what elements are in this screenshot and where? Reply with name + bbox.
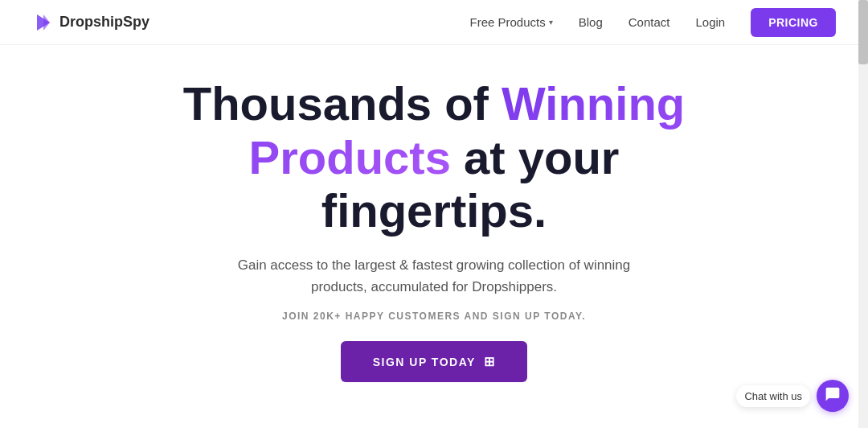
logo[interactable]: DropshipSpy [32,11,149,34]
scrollbar[interactable] [858,0,868,428]
nav-free-products[interactable]: Free Products ▾ [470,15,553,29]
pricing-button[interactable]: PRICING [751,8,836,37]
arrow-square-icon: ⊞ [484,354,496,369]
scrollbar-thumb[interactable] [858,0,868,64]
hero-subtext: Gain access to the largest & fastest gro… [209,254,659,298]
hero-cta-small: JOIN 20K+ HAPPY CUSTOMERS AND SIGN UP TO… [282,311,586,322]
navbar: DropshipSpy Free Products ▾ Blog Contact… [0,0,868,45]
nav-contact[interactable]: Contact [628,15,670,29]
signup-button[interactable]: SIGN UP TODAY ⊞ [341,341,528,382]
svg-marker-1 [43,14,50,31]
logo-text: DropshipSpy [59,14,149,31]
hero-heading: Thousands of Winning Products at your fi… [133,77,735,238]
chat-icon [825,386,841,406]
chat-button[interactable] [817,380,849,412]
chevron-down-icon: ▾ [549,18,553,27]
chat-label: Chat with us [736,385,810,407]
logo-icon [32,11,55,34]
nav-links: Free Products ▾ Blog Contact Login PRICI… [470,8,837,37]
signup-button-label: SIGN UP TODAY [373,356,476,368]
hero-section: Thousands of Winning Products at your fi… [0,45,868,398]
nav-blog[interactable]: Blog [579,15,603,29]
nav-login[interactable]: Login [695,15,725,29]
chat-widget: Chat with us [736,380,849,412]
